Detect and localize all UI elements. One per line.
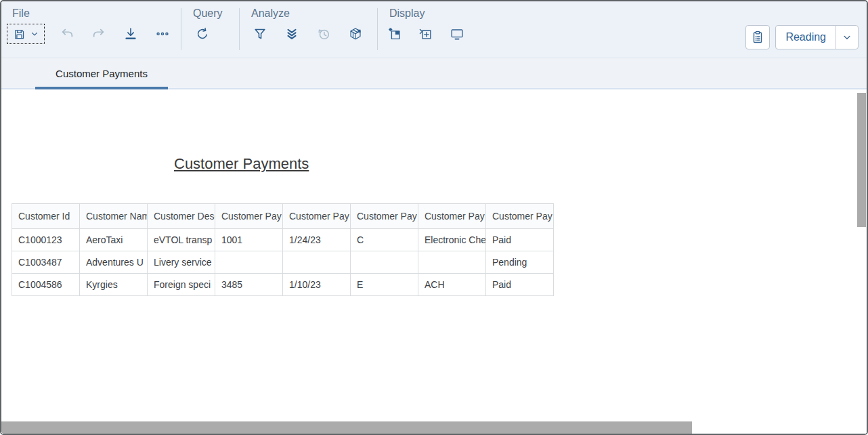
column-header[interactable]: Customer Pay [486,204,554,229]
data-grid: Customer IdCustomer NameCustomer DescCus… [12,203,554,296]
table-cell[interactable]: 1001 [215,229,283,251]
screen-icon [450,26,464,41]
table-cell[interactable] [351,251,418,274]
table-cell[interactable] [215,251,283,274]
vertical-scrollbar-thumb[interactable] [857,93,866,227]
toolbar-separator [239,8,240,50]
column-header[interactable]: Customer Desc [148,204,215,229]
download-icon [123,26,138,41]
new-window-icon [387,26,402,41]
drill-down-button[interactable] [282,24,301,44]
refresh-button[interactable] [193,24,212,44]
drill-down-icon [284,26,299,41]
toolbar: File [1,1,867,58]
table-row: C1004586KyrgiesForeign speci34851/10/23E… [12,274,554,296]
table-cell[interactable]: eVTOL transp [148,229,215,251]
table-cell[interactable]: E [351,274,418,296]
table-cell[interactable]: C [351,229,418,251]
toolbar-right-cluster: Reading [745,25,859,49]
table-cell[interactable]: AeroTaxi [80,229,148,251]
overflow-icon [155,26,170,41]
clipboard-icon [750,30,765,45]
table-body: C1000123AeroTaxieVTOL transp10011/24/23C… [12,229,554,296]
toolbar-group-file: File [7,7,172,44]
group-label-query: Query [193,7,223,20]
table-cell[interactable]: Paid [486,229,554,251]
filter-icon [253,26,267,41]
toolbar-group-analyze: Analyze [251,7,365,44]
table-cell[interactable]: Paid [486,274,554,296]
report-title: Customer Payments [174,155,309,173]
table-cell[interactable]: Kyrgies [80,274,148,296]
table-cell[interactable]: Adventures U [80,251,148,274]
group-label-file: File [12,7,172,20]
mode-dropdown-button[interactable] [836,26,858,49]
history-button[interactable] [314,24,333,44]
filter-button[interactable] [251,24,269,44]
table-cell[interactable]: ACH [418,274,486,296]
horizontal-scrollbar[interactable] [1,421,867,434]
table-cell[interactable]: Electronic Che [418,229,486,251]
toolbar-separator [181,8,181,50]
table-row: C1000123AeroTaxieVTOL transp10011/24/23C… [12,229,554,251]
tab-label: Customer Payments [56,68,148,79]
download-button[interactable] [121,24,140,44]
column-header[interactable]: Customer Pay [215,204,283,229]
table-cell[interactable]: 1/10/23 [283,274,351,296]
save-button[interactable] [7,24,45,44]
toolbar-group-query: Query [193,7,223,44]
table-cell[interactable]: C1003487 [12,251,80,274]
insert-plus-icon [418,26,433,41]
screen-button[interactable] [448,24,466,44]
more-button[interactable] [153,24,172,44]
table-row: C1003487Adventures ULivery servicePendin… [12,251,554,274]
table-header-row: Customer IdCustomer NameCustomer DescCus… [12,204,554,229]
tab-strip: Customer Payments [1,58,867,89]
column-header[interactable]: Customer Id [12,204,80,229]
tab-customer-payments[interactable]: Customer Payments [35,58,168,88]
table-cell[interactable]: Livery service [148,251,215,274]
vertical-scrollbar[interactable] [857,89,866,421]
new-window-button[interactable] [385,24,404,44]
chevron-down-icon [842,33,852,42]
table-cell[interactable]: C1004586 [12,274,80,296]
redo-icon [91,26,106,41]
app-window: File [0,0,868,435]
refresh-icon [195,26,210,41]
mode-split-button: Reading [775,25,859,49]
table-cell[interactable]: 1/24/23 [283,229,351,251]
design-panel-button[interactable] [745,25,770,49]
sheet-content: Customer Payments Customer IdCustomer Na… [1,89,867,434]
table-cell[interactable]: 3485 [215,274,283,296]
undo-icon [60,26,74,41]
insert-button[interactable] [416,24,435,44]
chevron-down-icon [30,30,39,38]
group-label-display: Display [389,7,466,20]
cube-icon [348,26,363,41]
toolbar-separator [377,8,378,50]
column-header[interactable]: Customer Pay [283,204,351,229]
toolbar-group-display: Display [389,7,466,44]
horizontal-scrollbar-thumb[interactable] [1,421,692,434]
table-cell[interactable]: Pending [486,251,554,274]
table-cell[interactable]: C1000123 [12,229,80,251]
cube-button[interactable] [346,24,365,44]
mode-button[interactable]: Reading [776,26,836,49]
save-icon [13,28,26,41]
undo-button[interactable] [58,24,77,44]
table-cell[interactable] [418,251,486,274]
column-header[interactable]: Customer Pay [351,204,418,229]
table-cell[interactable]: Foreign speci [148,274,215,296]
redo-button[interactable] [89,24,108,44]
group-label-analyze: Analyze [251,7,365,20]
column-header[interactable]: Customer Pay [418,204,486,229]
column-header[interactable]: Customer Name [80,204,148,229]
table-cell[interactable] [283,251,351,274]
history-icon [316,26,331,41]
